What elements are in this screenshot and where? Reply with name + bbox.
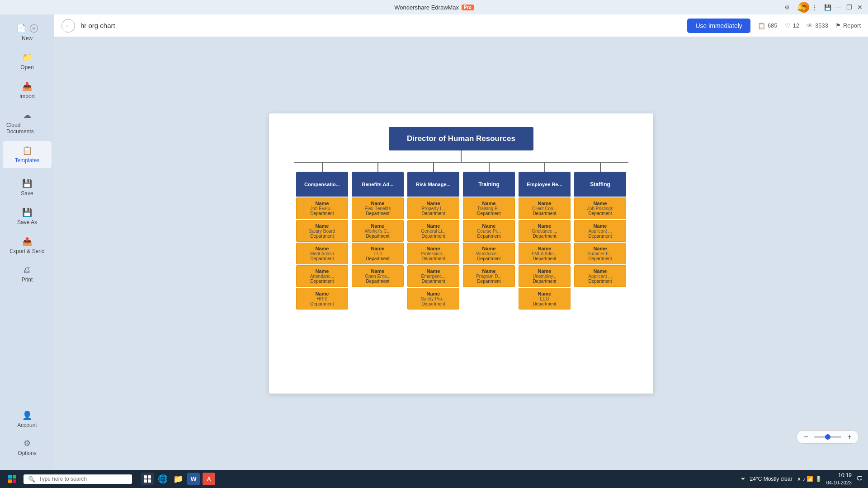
dept-card: Name Attendanc... Department — [296, 265, 348, 287]
word-icon[interactable]: W — [187, 473, 200, 485]
dept-training: Training Name Training P... Department N… — [463, 172, 515, 287]
sidebar-item-templates[interactable]: 📋 Templates — [3, 141, 52, 168]
dept-benefits-header: Benefits Ad... — [352, 172, 404, 197]
zoom-out-button[interactable]: − — [802, 432, 811, 441]
dept-employee: Employee Re... Name Client Con... Depart… — [519, 172, 571, 310]
edge-icon[interactable]: 🌐 — [156, 473, 169, 485]
dept-card: Name Summer E... Department — [574, 243, 626, 264]
branch-vert-2 — [377, 163, 378, 172]
dept-card: Name Profession... Department — [407, 243, 459, 264]
views-stat: 👁 3533 — [807, 22, 828, 29]
copies-count: 685 — [768, 22, 778, 29]
dept-benefits: Benefits Ad... Name Flex Benefits Depart… — [352, 172, 404, 287]
likes-count: 12 — [793, 22, 799, 29]
taskbar: 🔍 🌐 📁 W A ☀ 24°C Mostly clear ∧ ♪ 📶 🔋 10… — [0, 470, 868, 488]
menu-icon[interactable]: ⋮ — [810, 3, 818, 11]
taskbar-search-icon: 🔍 — [28, 476, 35, 483]
dept-card: Name Worker's C... Department — [352, 220, 404, 242]
explorer-icon[interactable]: 📁 — [172, 473, 184, 485]
svg-rect-4 — [144, 475, 147, 479]
account-icon: 👤 — [22, 410, 32, 420]
minimize-button[interactable]: — — [835, 4, 842, 11]
card-sub: Job Evalu... — [298, 206, 346, 211]
dept-risk: Risk Manage... Name Property I... Depart… — [407, 172, 459, 310]
dept-card: Name Grievance ... Department — [519, 220, 571, 242]
branch-vert-6 — [600, 163, 601, 172]
sidebar-item-import[interactable]: 📥 Import — [3, 77, 52, 104]
svg-rect-3 — [13, 479, 16, 483]
zoom-in-button[interactable]: + — [845, 432, 854, 441]
zoom-thumb — [825, 434, 830, 440]
save-icon[interactable]: 💾 — [824, 3, 832, 11]
dept-card: Name Flex Benefits Department — [352, 197, 404, 219]
saveas-icon: 💾 — [22, 207, 32, 217]
sidebar-item-new[interactable]: 📄 + New — [3, 19, 52, 46]
sidebar-item-export[interactable]: 📤 Export & Send — [3, 232, 52, 259]
canvas-area[interactable]: Director of Human Resources — [54, 37, 868, 470]
card-name: Name — [298, 201, 346, 206]
branch-vert-1 — [322, 163, 323, 172]
templates-icon: 📋 — [22, 145, 32, 155]
import-icon: 📥 — [22, 81, 32, 91]
notification-icon[interactable]: 🗨 — [856, 475, 863, 483]
dept-employee-header: Employee Re... — [519, 172, 571, 197]
taskview-icon[interactable] — [141, 473, 154, 485]
new-plus-icon[interactable]: + — [30, 24, 38, 33]
branch-3 — [407, 163, 459, 172]
restore-button[interactable]: ❐ — [845, 4, 853, 11]
use-immediately-button[interactable]: Use immediately — [687, 19, 750, 33]
dept-compensation-header: Compensatio... — [296, 172, 348, 197]
copies-icon: 📋 — [758, 22, 765, 29]
sidebar-item-open[interactable]: 📁 Open — [3, 48, 52, 75]
sidebar-item-options[interactable]: ⚙ Options — [3, 434, 52, 461]
root-vert-connector — [461, 150, 462, 162]
report-label: Report — [843, 22, 861, 29]
weather-icon: ☀ — [741, 476, 745, 482]
app-title: Wondershare EdrawMax Pro — [394, 4, 474, 11]
dept-card: Name Merit Admin Department — [296, 243, 348, 264]
close-button[interactable]: ✕ — [856, 4, 863, 11]
dept-card: Name Client Con... Department — [519, 197, 571, 219]
svg-rect-0 — [8, 475, 12, 479]
dept-card: Name Program D... Department — [463, 265, 515, 287]
branch-connectors — [294, 163, 628, 172]
bell-icon[interactable]: 🔔 — [797, 3, 805, 11]
sidebar-item-save[interactable]: 💾 Save — [3, 174, 52, 201]
report-icon: ⚑ — [835, 22, 841, 29]
back-button[interactable]: ← — [61, 19, 75, 33]
copies-stat: 📋 685 — [758, 22, 778, 29]
sidebar-open-label: Open — [20, 64, 33, 70]
taskbar-search-input[interactable] — [39, 476, 120, 482]
branch-vert-3 — [433, 163, 434, 172]
dept-training-header: Training — [463, 172, 515, 197]
dept-card: Name Workforce ... Department — [463, 243, 515, 264]
zoom-slider[interactable] — [814, 436, 841, 438]
sidebar-item-print[interactable]: 🖨 Print — [3, 261, 52, 287]
search-query-title: hr org chart — [80, 22, 682, 29]
settings-icon[interactable]: ⚙ — [783, 3, 791, 11]
toolbar: ← hr org chart Use immediately 📋 685 ♡ 1… — [54, 14, 868, 37]
svg-rect-7 — [148, 479, 151, 483]
sidebar-divider — [5, 171, 49, 171]
sidebar: 📄 + New 📁 Open 📥 Import ☁ Cloud Document… — [0, 14, 54, 470]
titlebar: Wondershare EdrawMax Pro 🧑 ⚙ 🔔 ⋮ 💾 — ❐ ✕ — [0, 0, 868, 14]
start-icon[interactable] — [5, 472, 19, 486]
edraw-icon[interactable]: A — [203, 473, 215, 485]
export-icon: 📤 — [22, 236, 32, 246]
svg-rect-2 — [8, 479, 12, 483]
branch-6 — [574, 163, 626, 172]
sidebar-templates-label: Templates — [15, 157, 40, 164]
sidebar-item-account[interactable]: 👤 Account — [3, 406, 52, 433]
org-root-node: Director of Human Resources — [389, 127, 533, 150]
sidebar-item-cloud[interactable]: ☁ Cloud Documents — [3, 106, 52, 139]
sidebar-export-label: Export & Send — [9, 248, 44, 254]
sidebar-new-label: New — [22, 35, 33, 42]
sidebar-item-saveas[interactable]: 💾 Save As — [3, 203, 52, 230]
taskbar-search[interactable]: 🔍 — [24, 474, 132, 484]
diagram-container: Director of Human Resources — [269, 113, 653, 394]
report-button[interactable]: ⚑ Report — [835, 22, 861, 29]
dept-card: Name LTD Department — [352, 243, 404, 264]
sidebar-saveas-label: Save As — [17, 219, 37, 225]
dept-risk-header: Risk Manage... — [407, 172, 459, 197]
sidebar-options-label: Options — [18, 450, 36, 456]
